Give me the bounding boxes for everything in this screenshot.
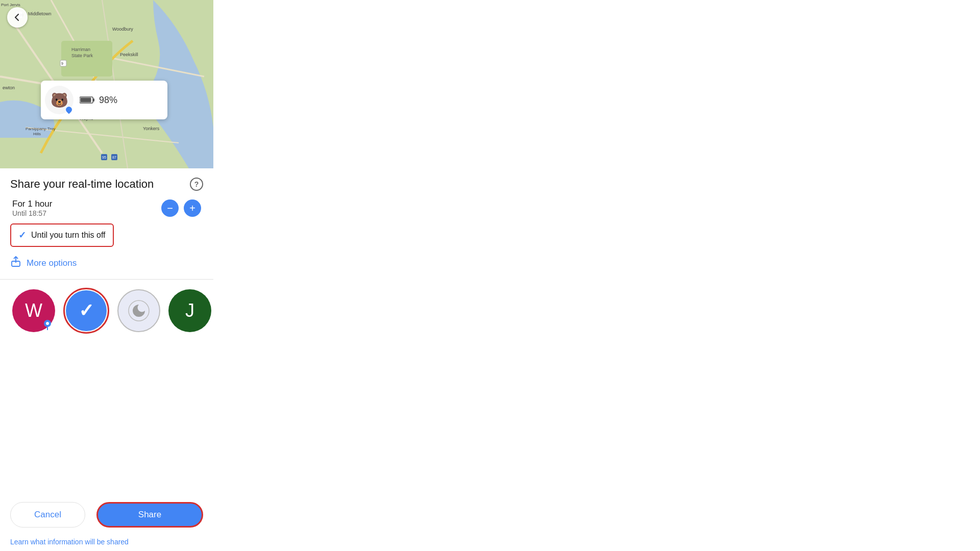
bottom-panel: Share your real-time location ? For 1 ho… [0, 168, 213, 551]
svg-text:87: 87 [112, 156, 116, 159]
avatar-assistant [117, 289, 160, 332]
section-title: Share your real-time location [10, 178, 154, 191]
duration-row: For 1 hour Until 18:57 − + [10, 199, 203, 217]
svg-text:Hills: Hills [33, 132, 41, 136]
action-buttons: Cancel Share [10, 498, 203, 536]
svg-rect-30 [93, 98, 94, 102]
contact-assistant[interactable] [117, 289, 160, 332]
phone-panel: Harriman State Park Middletown Woodbury … [0, 0, 213, 551]
svg-text:Yonkers: Yonkers [143, 126, 160, 131]
svg-text:Parsippany-Troy: Parsippany-Troy [26, 127, 55, 131]
bear-avatar: 🐻 [45, 86, 74, 114]
duration-main: For 1 hour [12, 199, 52, 209]
until-turn-off-option[interactable]: ✓ Until you turn this off [10, 223, 114, 247]
checkmark-selected: ✓ [79, 300, 94, 321]
contact-selected[interactable]: ✓ [63, 288, 109, 334]
more-options-row[interactable]: More options [10, 256, 203, 270]
bottom-buttons-area: Cancel Share Learn what information will… [10, 494, 203, 551]
contact-w[interactable]: W [12, 289, 55, 332]
maps-pin-overlay [42, 319, 53, 330]
until-off-label: Until you turn this off [31, 231, 106, 240]
avatar-j: J [168, 289, 211, 332]
svg-text:Woodbury: Woodbury [112, 27, 133, 32]
title-row: Share your real-time location ? [10, 178, 203, 191]
increase-duration-button[interactable]: + [184, 199, 201, 217]
more-options-label: More options [27, 258, 77, 268]
right-side-empty [213, 0, 980, 551]
svg-rect-29 [81, 98, 91, 103]
battery-percent: 98% [99, 95, 117, 106]
duration-sub: Until 18:57 [12, 209, 52, 217]
cancel-button[interactable]: Cancel [10, 502, 85, 528]
back-button[interactable] [7, 7, 28, 28]
svg-text:ewton: ewton [3, 85, 15, 90]
contacts-row: W ✓ [10, 288, 203, 334]
battery-icon [80, 96, 95, 104]
contact-j[interactable]: J [168, 289, 211, 332]
svg-rect-7 [61, 41, 112, 77]
svg-text:Port Jervis: Port Jervis [1, 3, 20, 7]
svg-text:Harriman: Harriman [71, 47, 90, 52]
duration-controls: − + [161, 199, 201, 217]
map-info-card: 🐻 98% [41, 81, 167, 119]
svg-text:Middletown: Middletown [28, 11, 52, 16]
map-area: Harriman State Park Middletown Woodbury … [0, 0, 213, 168]
svg-text:Peekskill: Peekskill [120, 52, 138, 57]
check-icon: ✓ [18, 230, 26, 241]
battery-info: 98% [80, 95, 117, 106]
help-icon[interactable]: ? [190, 178, 203, 191]
contact-selected-inner: ✓ [66, 290, 107, 331]
learn-more-link[interactable]: Learn what information will be shared [10, 536, 203, 551]
duration-text: For 1 hour Until 18:57 [12, 199, 52, 217]
svg-text:95: 95 [102, 156, 106, 159]
svg-text:State Park: State Park [71, 53, 93, 58]
divider [0, 279, 213, 280]
share-upload-icon [10, 256, 21, 270]
svg-text:9: 9 [61, 62, 63, 65]
svg-point-34 [46, 322, 49, 325]
bear-emoji: 🐻 [51, 92, 68, 109]
share-button[interactable]: Share [96, 502, 203, 528]
decrease-duration-button[interactable]: − [161, 199, 179, 217]
